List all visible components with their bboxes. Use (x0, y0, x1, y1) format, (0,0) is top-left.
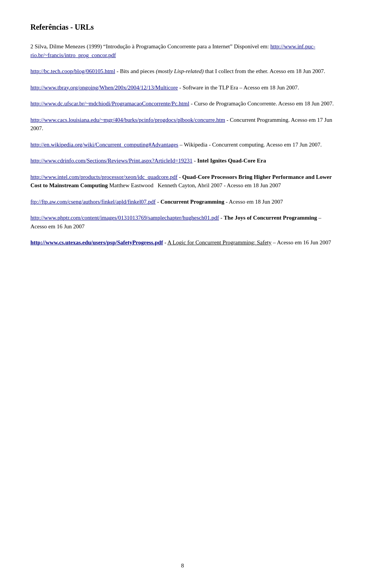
ref6-text: – Wikipedia - Concurrent computing. Aces… (178, 142, 322, 148)
ref7-link[interactable]: http://www.cdrinfo.com/Sections/Reviews/… (30, 158, 192, 164)
ref1-text: 2 Silva, Dilme Menezes (1999) “Introduçã… (30, 43, 270, 49)
ref2-text1: - Bits and pieces (115, 68, 156, 74)
reference-3: http://www.tbray.org/ongoing/When/200x/2… (30, 83, 335, 92)
ref8-text2: Matthew Eastwood Kenneth Cayton, Abril 2… (108, 182, 281, 188)
page-number-container: 8 (0, 563, 365, 569)
reference-11: http://www.cs.utexas.edu/users/psp/Safet… (30, 238, 335, 247)
ref10-text1: - (219, 215, 224, 221)
reference-5: http://www.cacs.louisiana.edu/~mgr/404/b… (30, 116, 335, 133)
reference-1: 2 Silva, Dilme Menezes (1999) “Introduçã… (30, 42, 335, 59)
ref7-bold: Intel Ignites Quad-Core Era (197, 158, 266, 164)
ref2-italic: (mostly Lisp-related) (156, 68, 205, 74)
ref9-text2: - Acesso em 18 Jun 2007 (224, 199, 283, 205)
reference-4: http://www.dc.ufscar.br/~mdchiodi/Progra… (30, 99, 335, 108)
reference-6: http://en.wikipedia.org/wiki/Concurrent_… (30, 140, 335, 149)
ref6-link[interactable]: http://en.wikipedia.org/wiki/Concurrent_… (30, 142, 178, 148)
reference-10: http://www.phptr.com/content/images/0131… (30, 214, 335, 231)
references-list: 2 Silva, Dilme Menezes (1999) “Introduçã… (30, 42, 335, 247)
ref2-text2: that I collect from the ether. Acesso em… (205, 68, 325, 74)
page-number: 8 (181, 563, 184, 569)
ref3-link[interactable]: http://www.tbray.org/ongoing/When/200x/2… (30, 84, 178, 91)
ref3-text: - Software in the TLP Era – Acesso em 18… (178, 84, 299, 91)
ref2-link[interactable]: http://bc.tech.coop/blog/060105.html (30, 68, 115, 74)
ref9-bold: Concurrent Programming (160, 199, 224, 205)
ref5-link[interactable]: http://www.cacs.louisiana.edu/~mgr/404/b… (30, 117, 225, 123)
ref11-text1: - (163, 239, 168, 245)
ref11-text2: – Acesso em 16 Jun 2007 (271, 239, 331, 245)
ref9-link[interactable]: ftp://ftp.aw.com/cseng/authors/finkel/ap… (30, 199, 156, 205)
ref4-text: - Curso de Programação Concorrente. Aces… (189, 100, 334, 107)
ref7-text: - (192, 158, 197, 164)
ref10-bold: The Joys of Concurrent Programming (224, 215, 317, 221)
reference-8: http://www.intel.com/products/processor/… (30, 173, 335, 190)
ref10-link[interactable]: http://www.phptr.com/content/images/0131… (30, 215, 219, 221)
ref8-link[interactable]: http://www.intel.com/products/processor/… (30, 174, 178, 180)
ref11-underline: A Logic for Concurrent Programming: Safe… (167, 239, 271, 245)
ref11-link[interactable]: http://www.cs.utexas.edu/users/psp/Safet… (30, 239, 163, 245)
ref8-text1: - (178, 174, 182, 180)
reference-2: http://bc.tech.coop/blog/060105.html - B… (30, 67, 335, 76)
ref9-text1: - (156, 199, 160, 205)
reference-9: ftp://ftp.aw.com/cseng/authors/finkel/ap… (30, 198, 335, 206)
reference-7: http://www.cdrinfo.com/Sections/Reviews/… (30, 156, 335, 165)
ref4-link[interactable]: http://www.dc.ufscar.br/~mdchiodi/Progra… (30, 100, 189, 107)
page-title: Referências - URLs (30, 23, 335, 32)
